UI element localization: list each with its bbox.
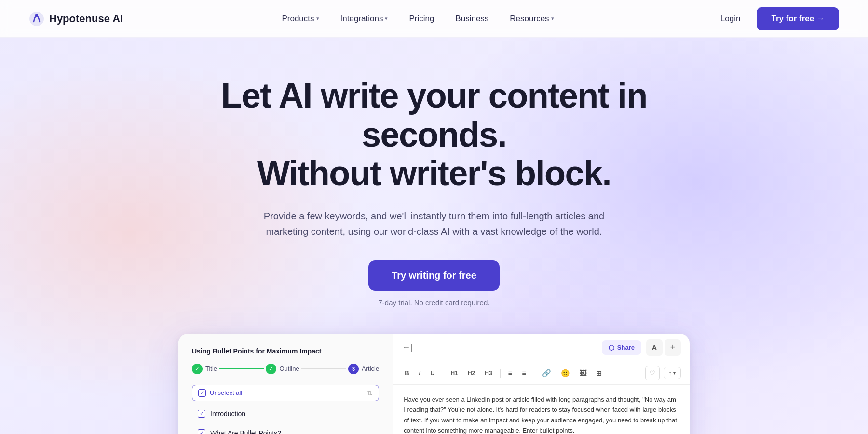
demo-right-panel: ←| ⬡ Share A + B I U <box>393 334 690 434</box>
step-title: ✓ Title <box>192 364 217 374</box>
step-article-active-icon: 3 <box>348 364 359 374</box>
upload-chevron: ▾ <box>673 370 676 376</box>
step-outline-done-icon: ✓ <box>266 364 276 374</box>
table-button[interactable]: ⊞ <box>593 367 605 379</box>
editor-top-toolbar: ←| ⬡ Share A + <box>393 334 690 362</box>
step-line-1 <box>219 368 264 369</box>
svg-point-1 <box>35 14 38 17</box>
nav-business[interactable]: Business <box>447 9 497 28</box>
image-button[interactable]: 🖼 <box>577 367 589 379</box>
h3-button[interactable]: H3 <box>482 368 495 379</box>
login-button[interactable]: Login <box>713 9 748 28</box>
demo-left-panel: Using Bullet Points for Maximum Impact ✓… <box>178 334 393 434</box>
section-what-are-bullet-points[interactable]: ✓ What Are Bullet Points? <box>192 425 379 434</box>
progress-steps: ✓ Title ✓ Outline 3 Article <box>192 364 379 374</box>
unselect-sort-icon: ⇅ <box>367 389 373 397</box>
nav-links: Products ▾ Integrations ▾ Pricing Busine… <box>273 9 562 28</box>
resources-chevron-icon: ▾ <box>551 15 554 22</box>
unselect-checkbox: ✓ <box>198 389 206 397</box>
emoji-button[interactable]: 🙂 <box>558 367 573 380</box>
hero-subtext: Provide a few keywords, and we'll instan… <box>260 208 608 239</box>
navbar: Hypotenuse AI Products ▾ Integrations ▾ … <box>0 0 868 38</box>
h2-button[interactable]: H2 <box>465 368 478 379</box>
share-button[interactable]: ⬡ Share <box>602 340 641 355</box>
step-line-2 <box>301 368 346 369</box>
translate-button[interactable]: A <box>646 339 663 356</box>
add-button[interactable]: + <box>665 339 681 356</box>
hero-trial-text: 7-day trial. No credit card required. <box>29 298 839 307</box>
h1-button[interactable]: H1 <box>448 368 461 379</box>
underline-button[interactable]: U <box>427 367 437 379</box>
nav-integrations[interactable]: Integrations ▾ <box>332 9 397 28</box>
logo-icon <box>29 11 44 27</box>
add-icon: + <box>670 342 676 353</box>
translate-icon: A <box>652 343 657 352</box>
nav-pricing[interactable]: Pricing <box>400 9 443 28</box>
demo-card: Using Bullet Points for Maximum Impact ✓… <box>178 334 690 434</box>
demo-doc-title: Using Bullet Points for Maximum Impact <box>192 347 379 355</box>
products-chevron-icon: ▾ <box>316 15 319 22</box>
nav-actions: Login Try for free → <box>713 7 839 30</box>
nav-resources[interactable]: Resources ▾ <box>501 9 562 28</box>
integrations-chevron-icon: ▾ <box>385 15 388 22</box>
svg-point-0 <box>29 12 44 26</box>
hero-headline: Let AI write your content in seconds. Wi… <box>193 76 675 193</box>
upload-icon: ↑ <box>669 369 672 377</box>
italic-button[interactable]: I <box>416 367 424 379</box>
bold-button[interactable]: B <box>402 367 412 379</box>
share-icon: ⬡ <box>609 344 614 352</box>
editor-back-icon[interactable]: ←| <box>402 342 413 353</box>
logo[interactable]: Hypotenuse AI <box>29 11 123 27</box>
intro-checkbox: ✓ <box>198 410 205 418</box>
hero-section: Let AI write your content in seconds. Wi… <box>0 38 868 434</box>
hero-content: Let AI write your content in seconds. Wi… <box>29 76 839 434</box>
bullet-checkbox: ✓ <box>198 429 205 434</box>
favorite-button[interactable]: ♡ <box>645 366 660 380</box>
section-introduction[interactable]: ✓ Introduction <box>192 406 379 421</box>
format-toolbar: B I U H1 H2 H3 ≡ ≡ 🔗 🙂 🖼 ⊞ ♡ <box>393 362 690 385</box>
step-article: 3 Article <box>348 364 379 374</box>
logo-text: Hypotenuse AI <box>49 13 123 25</box>
align-center-button[interactable]: ≡ <box>519 367 529 379</box>
link-button[interactable]: 🔗 <box>539 367 554 380</box>
nav-products[interactable]: Products ▾ <box>273 9 327 28</box>
editor-paragraph-1: Have you ever seen a LinkedIn post or ar… <box>404 394 679 434</box>
step-title-done-icon: ✓ <box>192 364 203 374</box>
upload-button[interactable]: ↑ ▾ <box>664 367 681 379</box>
unselect-all-row[interactable]: ✓ Unselect all ⇅ <box>192 385 379 401</box>
editor-content: Have you ever seen a LinkedIn post or ar… <box>393 385 690 434</box>
hero-cta-button[interactable]: Try writing for free <box>368 260 500 291</box>
align-left-button[interactable]: ≡ <box>505 367 515 379</box>
step-outline: ✓ Outline <box>266 364 299 374</box>
try-for-free-button[interactable]: Try for free → <box>757 7 839 30</box>
